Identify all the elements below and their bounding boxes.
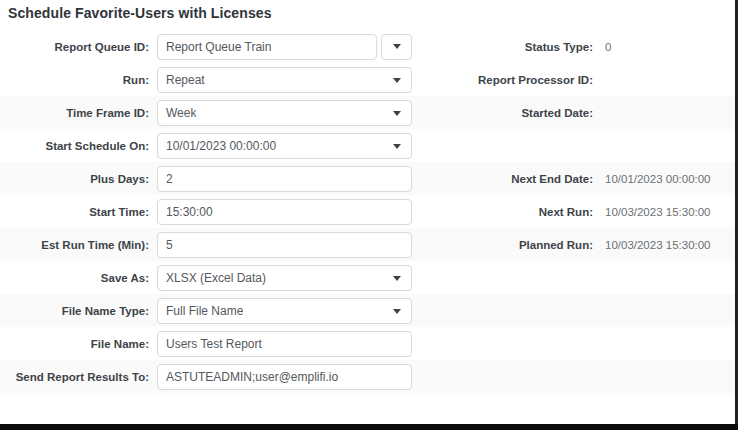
time-frame-id-select-value: Week xyxy=(166,106,196,120)
form-row-file-name-type: File Name Type: Full File Name xyxy=(0,294,735,327)
planned-run-value: 10/03/2023 15:30:00 xyxy=(605,239,711,251)
window-border-bottom xyxy=(0,424,738,430)
label-next-end-date: Next End Date: xyxy=(412,173,593,185)
plus-days-input[interactable] xyxy=(157,166,412,192)
chevron-down-icon xyxy=(393,309,401,314)
form-row-start-time: Start Time: Next Run: 10/03/2023 15:30:0… xyxy=(0,195,735,228)
form-row-plus-days: Plus Days: Next End Date: 10/01/2023 00:… xyxy=(0,162,735,195)
label-save-as: Save As: xyxy=(0,271,149,285)
save-as-select[interactable]: XLSX (Excel Data) xyxy=(157,265,412,291)
window-border-right xyxy=(735,0,738,430)
file-name-type-select-value: Full File Name xyxy=(166,304,243,318)
next-end-date-value: 10/01/2023 00:00:00 xyxy=(605,173,711,185)
form-rows: Report Queue ID: Status Type: 0 Run: Rep… xyxy=(0,30,735,393)
run-select[interactable]: Repeat xyxy=(157,67,412,93)
status-type-value: 0 xyxy=(605,41,611,53)
form-row-send-report-results-to: Send Report Results To: xyxy=(0,360,735,393)
page-title: Schedule Favorite-Users with Licenses xyxy=(8,5,272,21)
label-file-name-type: File Name Type: xyxy=(0,304,149,318)
label-report-queue-id: Report Queue ID: xyxy=(0,40,149,54)
est-run-time-input[interactable] xyxy=(157,232,412,258)
label-planned-run: Planned Run: xyxy=(412,239,593,251)
run-select-value: Repeat xyxy=(166,73,205,87)
label-start-schedule-on: Start Schedule On: xyxy=(0,139,149,153)
form-row-file-name: File Name: xyxy=(0,327,735,360)
chevron-down-icon xyxy=(393,276,401,281)
label-run: Run: xyxy=(0,73,149,87)
form-row-est-run-time: Est Run Time (Min): Planned Run: 10/03/2… xyxy=(0,228,735,261)
label-report-processor-id: Report Processor ID: xyxy=(412,74,593,86)
start-time-input[interactable] xyxy=(157,199,412,225)
file-name-type-select[interactable]: Full File Name xyxy=(157,298,412,324)
chevron-down-icon xyxy=(393,78,401,83)
form-row-save-as: Save As: XLSX (Excel Data) xyxy=(0,261,735,294)
start-schedule-on-select[interactable]: 10/01/2023 00:00:00 xyxy=(157,133,412,159)
label-status-type: Status Type: xyxy=(412,41,593,53)
label-started-date: Started Date: xyxy=(412,107,593,119)
file-name-input[interactable] xyxy=(157,331,412,357)
form-row-report-queue-id: Report Queue ID: Status Type: 0 xyxy=(0,30,735,63)
form-row-start-schedule-on: Start Schedule On: 10/01/2023 00:00:00 xyxy=(0,129,735,162)
start-schedule-on-select-value: 10/01/2023 00:00:00 xyxy=(166,139,276,153)
schedule-report-panel: Schedule Favorite-Users with Licenses Re… xyxy=(0,0,740,432)
time-frame-id-select[interactable]: Week xyxy=(157,100,412,126)
label-next-run: Next Run: xyxy=(412,206,593,218)
form-row-run: Run: Repeat Report Processor ID: xyxy=(0,63,735,96)
chevron-down-icon xyxy=(393,111,401,116)
next-run-value: 10/03/2023 15:30:00 xyxy=(605,206,711,218)
chevron-down-icon xyxy=(393,144,401,149)
chevron-down-icon xyxy=(393,44,401,49)
send-report-results-to-input[interactable] xyxy=(157,364,412,390)
save-as-select-value: XLSX (Excel Data) xyxy=(166,271,266,285)
label-plus-days: Plus Days: xyxy=(0,172,149,186)
label-file-name: File Name: xyxy=(0,337,149,351)
report-queue-id-dropdown-button[interactable] xyxy=(381,34,412,60)
label-send-report-results-to: Send Report Results To: xyxy=(0,370,149,384)
form-row-time-frame-id: Time Frame ID: Week Started Date: xyxy=(0,96,735,129)
label-est-run-time: Est Run Time (Min): xyxy=(0,238,149,252)
label-time-frame-id: Time Frame ID: xyxy=(0,106,149,120)
report-queue-id-combobox xyxy=(157,34,412,60)
report-queue-id-input[interactable] xyxy=(157,34,377,60)
label-start-time: Start Time: xyxy=(0,205,149,219)
